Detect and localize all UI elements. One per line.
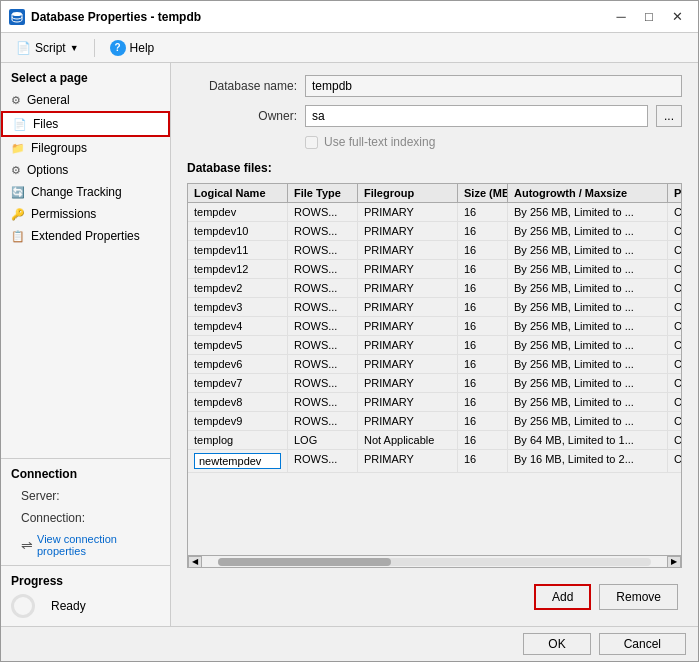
cell-path: C:\	[668, 355, 681, 373]
cell-size: 16	[458, 374, 508, 392]
db-files-label: Database files:	[187, 161, 682, 175]
col-header-auto: Autogrowth / Maxsize	[508, 184, 668, 202]
cell-type: ROWS...	[288, 412, 358, 430]
full-text-checkbox	[305, 136, 318, 149]
table-row[interactable]: tempdev3ROWS...PRIMARY16By 256 MB, Limit…	[188, 298, 681, 317]
table-row[interactable]: ROWS...PRIMARY16By 16 MB, Limited to 2..…	[188, 450, 681, 473]
window-title: Database Properties - tempdb	[31, 10, 201, 24]
cell-type: ROWS...	[288, 374, 358, 392]
cell-filegroup: PRIMARY	[358, 374, 458, 392]
scroll-left-arrow[interactable]: ◀	[188, 556, 202, 568]
progress-spinner	[11, 594, 35, 618]
cell-path: C:\	[668, 260, 681, 278]
cell-auto: By 256 MB, Limited to ...	[508, 374, 668, 392]
cell-path: C:\	[668, 450, 681, 472]
cell-path: C:\	[668, 298, 681, 316]
owner-input[interactable]	[305, 105, 648, 127]
full-text-row: Use full-text indexing	[305, 135, 682, 149]
sidebar-item-filegroups[interactable]: 📁 Filegroups	[1, 137, 170, 159]
cell-filegroup: PRIMARY	[358, 298, 458, 316]
table-row[interactable]: tempdev2ROWS...PRIMARY16By 256 MB, Limit…	[188, 279, 681, 298]
cell-path: C:\	[668, 317, 681, 335]
select-page-label: Select a page	[1, 63, 170, 89]
cell-filegroup: PRIMARY	[358, 393, 458, 411]
cell-auto: By 256 MB, Limited to ...	[508, 336, 668, 354]
add-button[interactable]: Add	[534, 584, 591, 610]
col-header-path: Path	[668, 184, 682, 202]
table-row[interactable]: tempdev7ROWS...PRIMARY16By 256 MB, Limit…	[188, 374, 681, 393]
help-button[interactable]: ? Help	[103, 37, 162, 59]
cell-path: C:\	[668, 431, 681, 449]
table-row[interactable]: tempdev4ROWS...PRIMARY16By 256 MB, Limit…	[188, 317, 681, 336]
cell-auto: By 256 MB, Limited to ...	[508, 355, 668, 373]
cell-type: ROWS...	[288, 355, 358, 373]
scrollbar-track[interactable]	[218, 558, 651, 566]
sidebar-item-options[interactable]: ⚙ Options	[1, 159, 170, 181]
cell-name: tempdev4	[188, 317, 288, 335]
remove-button[interactable]: Remove	[599, 584, 678, 610]
db-name-input[interactable]	[305, 75, 682, 97]
table-header: Logical Name File Type Filegroup Size (M…	[188, 184, 681, 203]
cell-filegroup: PRIMARY	[358, 222, 458, 240]
title-bar-left: Database Properties - tempdb	[9, 9, 201, 25]
cell-size: 16	[458, 412, 508, 430]
table-row[interactable]: tempdev11ROWS...PRIMARY16By 256 MB, Limi…	[188, 241, 681, 260]
table-row[interactable]: tempdev10ROWS...PRIMARY16By 256 MB, Limi…	[188, 222, 681, 241]
table-row[interactable]: tempdev5ROWS...PRIMARY16By 256 MB, Limit…	[188, 336, 681, 355]
cell-filegroup: PRIMARY	[358, 203, 458, 221]
cell-name: tempdev3	[188, 298, 288, 316]
table-row[interactable]: tempdev9ROWS...PRIMARY16By 256 MB, Limit…	[188, 412, 681, 431]
cell-filegroup: PRIMARY	[358, 317, 458, 335]
table-row[interactable]: tempdev6ROWS...PRIMARY16By 256 MB, Limit…	[188, 355, 681, 374]
cell-auto: By 256 MB, Limited to ...	[508, 298, 668, 316]
cell-name: tempdev2	[188, 279, 288, 297]
permissions-icon: 🔑	[11, 208, 25, 221]
cell-filegroup: PRIMARY	[358, 241, 458, 259]
script-icon: 📄	[16, 41, 31, 55]
owner-browse-button[interactable]: ...	[656, 105, 682, 127]
ok-button[interactable]: OK	[523, 633, 590, 655]
cell-path: C:\	[668, 336, 681, 354]
table-row[interactable]: tempdev8ROWS...PRIMARY16By 256 MB, Limit…	[188, 393, 681, 412]
cell-size: 16	[458, 355, 508, 373]
cell-name: tempdev11	[188, 241, 288, 259]
cell-filegroup: PRIMARY	[358, 336, 458, 354]
sidebar-item-files[interactable]: 📄 Files	[1, 111, 170, 137]
full-text-label: Use full-text indexing	[324, 135, 435, 149]
filegroups-icon: 📁	[11, 142, 25, 155]
cell-size: 16	[458, 241, 508, 259]
cell-type: ROWS...	[288, 241, 358, 259]
progress-status: Ready	[51, 599, 86, 613]
minimize-button[interactable]: ─	[608, 7, 634, 27]
maximize-button[interactable]: □	[636, 7, 662, 27]
cell-path: C:\	[668, 222, 681, 240]
cell-name: tempdev9	[188, 412, 288, 430]
view-connection-link[interactable]: ⇌ View connection properties	[11, 529, 160, 561]
sidebar-item-change-tracking[interactable]: 🔄 Change Tracking	[1, 181, 170, 203]
new-row-name-input[interactable]	[194, 453, 281, 469]
cell-name: tempdev6	[188, 355, 288, 373]
sidebar-item-permissions[interactable]: 🔑 Permissions	[1, 203, 170, 225]
cell-size: 16	[458, 393, 508, 411]
scrollbar-thumb[interactable]	[218, 558, 391, 566]
cell-path: C:\	[668, 279, 681, 297]
sidebar-item-general[interactable]: ⚙ General	[1, 89, 170, 111]
script-button[interactable]: 📄 Script ▼	[9, 38, 86, 58]
scroll-right-arrow[interactable]: ▶	[667, 556, 681, 568]
cell-name: tempdev5	[188, 336, 288, 354]
help-icon: ?	[110, 40, 126, 56]
cell-auto: By 256 MB, Limited to ...	[508, 241, 668, 259]
table-row[interactable]: tempdevROWS...PRIMARY16By 256 MB, Limite…	[188, 203, 681, 222]
table-row[interactable]: templogLOGNot Applicable16By 64 MB, Limi…	[188, 431, 681, 450]
horizontal-scrollbar[interactable]: ◀ ▶	[188, 555, 681, 567]
sidebar-item-extended-properties[interactable]: 📋 Extended Properties	[1, 225, 170, 247]
script-dropdown-icon: ▼	[70, 43, 79, 53]
progress-header: Progress	[11, 574, 160, 594]
cell-name[interactable]	[188, 450, 288, 472]
owner-row: Owner: ...	[187, 105, 682, 127]
col-header-name: Logical Name	[188, 184, 288, 202]
table-row[interactable]: tempdev12ROWS...PRIMARY16By 256 MB, Limi…	[188, 260, 681, 279]
close-button[interactable]: ✕	[664, 7, 690, 27]
connection-section: Connection Server: Connection: ⇌ View co…	[1, 458, 170, 565]
cancel-button[interactable]: Cancel	[599, 633, 686, 655]
